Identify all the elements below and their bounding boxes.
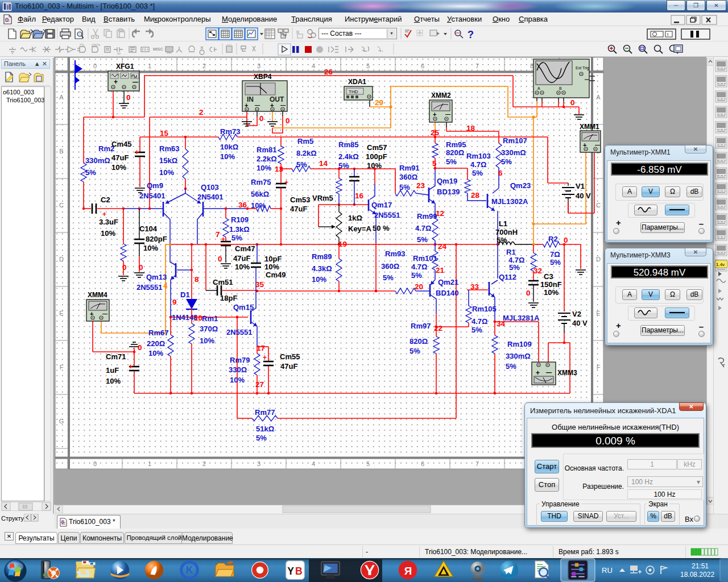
- svg-text:Qm21: Qm21: [438, 278, 458, 286]
- svg-text:330mΩ: 330mΩ: [85, 156, 110, 165]
- svg-text:D: D: [59, 256, 64, 263]
- svg-text:17: 17: [257, 344, 265, 352]
- svg-text:Cm71: Cm71: [106, 352, 126, 361]
- svg-text:0: 0: [93, 460, 97, 467]
- svg-text:Cm53: Cm53: [290, 196, 310, 204]
- svg-text:1: 1: [148, 460, 151, 467]
- svg-text:Cm55: Cm55: [280, 352, 300, 361]
- svg-text:+: +: [114, 78, 118, 86]
- svg-text:7: 7: [475, 460, 479, 467]
- svg-text:10%: 10%: [367, 161, 382, 170]
- svg-text:5%: 5%: [472, 169, 483, 177]
- svg-text:47uF: 47uF: [111, 153, 129, 162]
- svg-text:B: B: [295, 566, 303, 577]
- svg-text:XDA1: XDA1: [348, 78, 366, 86]
- svg-text:3: 3: [257, 460, 260, 467]
- svg-text:+: +: [221, 235, 225, 243]
- svg-text:TTL: TTL: [80, 43, 85, 47]
- svg-text:21: 21: [436, 266, 445, 275]
- svg-text:+: +: [536, 369, 540, 377]
- svg-text:5%: 5%: [550, 258, 561, 267]
- svg-text:0: 0: [93, 63, 97, 69]
- svg-text:Y: Y: [287, 566, 294, 577]
- svg-text:4.7Ω: 4.7Ω: [415, 224, 432, 232]
- svg-text:A: A: [59, 94, 64, 101]
- svg-text:5%: 5%: [338, 161, 349, 170]
- svg-text:0: 0: [570, 98, 575, 107]
- svg-text:5%: 5%: [411, 271, 422, 280]
- svg-text:6: 6: [498, 169, 503, 177]
- svg-text:1kΩ: 1kΩ: [348, 214, 362, 222]
- svg-text:10%: 10%: [101, 229, 115, 238]
- svg-text:370Ω: 370Ω: [200, 325, 218, 333]
- svg-text:BD139: BD139: [437, 188, 460, 196]
- svg-text:2.4kΩ: 2.4kΩ: [338, 152, 359, 161]
- svg-text:0: 0: [126, 93, 131, 102]
- svg-text:7: 7: [216, 230, 220, 239]
- svg-text:40 V: 40 V: [576, 192, 591, 200]
- svg-text:32: 32: [533, 267, 542, 275]
- svg-text:150nF: 150nF: [540, 280, 562, 289]
- svg-text:+: +: [263, 354, 267, 361]
- svg-text:4.7Ω: 4.7Ω: [411, 263, 428, 271]
- svg-text:330mΩ: 330mΩ: [506, 352, 531, 360]
- svg-text:4: 4: [312, 460, 315, 467]
- svg-text:0: 0: [218, 255, 222, 263]
- svg-text:10%: 10%: [264, 263, 279, 271]
- svg-text:R1: R1: [506, 248, 516, 256]
- svg-text:10kΩ: 10kΩ: [220, 143, 238, 151]
- svg-text:34: 34: [497, 319, 506, 328]
- svg-text:47uF: 47uF: [290, 205, 307, 213]
- svg-text:0v: 0v: [117, 52, 121, 55]
- svg-text:5%: 5%: [497, 236, 507, 244]
- svg-text:19: 19: [338, 240, 347, 248]
- svg-text:36: 36: [238, 201, 247, 209]
- svg-text:5: 5: [366, 460, 370, 467]
- svg-text:Rm91: Rm91: [399, 164, 419, 172]
- svg-text:Rm97: Rm97: [411, 322, 431, 330]
- svg-text:2N5401: 2N5401: [197, 193, 224, 201]
- svg-text:10%: 10%: [312, 275, 326, 284]
- svg-text:4: 4: [312, 63, 315, 69]
- svg-text:Qm13: Qm13: [146, 273, 167, 281]
- svg-text:33: 33: [470, 282, 479, 291]
- svg-text:10%: 10%: [111, 163, 126, 172]
- svg-text:10: 10: [194, 314, 202, 322]
- svg-text:360Ω: 360Ω: [381, 262, 399, 271]
- svg-text:2N5551: 2N5551: [374, 211, 400, 219]
- svg-text:L1: L1: [499, 219, 507, 228]
- svg-text:Ext Trig: Ext Trig: [576, 66, 589, 70]
- svg-text:Rm5: Rm5: [297, 137, 313, 146]
- svg-text:Qm9: Qm9: [147, 181, 163, 190]
- svg-text:XMM2: XMM2: [431, 92, 451, 99]
- svg-text:7: 7: [475, 63, 479, 69]
- svg-text:RU: RU: [602, 566, 613, 575]
- svg-text:—: —: [546, 369, 552, 376]
- svg-text:360Ω: 360Ω: [399, 173, 417, 181]
- svg-text:Rm103: Rm103: [466, 152, 491, 160]
- svg-text:5%: 5%: [296, 160, 307, 169]
- svg-text:XMM3: XMM3: [557, 369, 577, 377]
- svg-text:A: A: [537, 86, 540, 90]
- svg-text:Rm63: Rm63: [159, 144, 179, 153]
- svg-text:Q103: Q103: [201, 183, 219, 192]
- svg-text:Я: Я: [404, 565, 412, 577]
- svg-text:—: —: [445, 111, 450, 117]
- svg-text:I: I: [667, 32, 668, 37]
- svg-text:Rm85: Rm85: [338, 140, 358, 149]
- svg-text:1uF: 1uF: [106, 366, 119, 375]
- svg-text:10%: 10%: [544, 288, 559, 297]
- svg-text:23: 23: [416, 181, 425, 190]
- svg-text:+: +: [284, 178, 288, 186]
- svg-text:E: E: [596, 310, 600, 317]
- svg-text:5%: 5%: [506, 362, 516, 371]
- svg-text:5%: 5%: [509, 263, 520, 272]
- svg-text:MJL1302A: MJL1302A: [491, 197, 528, 206]
- svg-text:18pF: 18pF: [220, 294, 237, 302]
- svg-text:F: F: [597, 364, 601, 371]
- svg-text:K: K: [186, 564, 193, 576]
- svg-text:820Ω: 820Ω: [410, 337, 428, 346]
- svg-text:6: 6: [421, 460, 424, 467]
- svg-text:2N5401: 2N5401: [139, 192, 166, 200]
- svg-text:BD140: BD140: [436, 289, 458, 297]
